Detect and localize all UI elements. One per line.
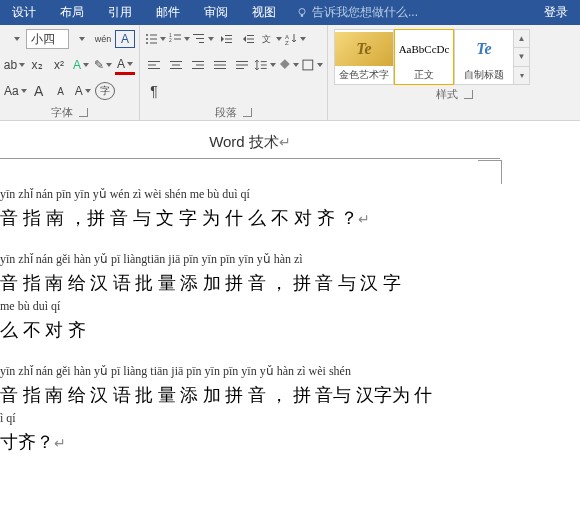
svg-rect-28 — [172, 65, 180, 66]
style-gallery-more: ▲ ▼ ▾ — [514, 29, 530, 85]
paragraph-2: yīn zhǐ nán gěi hàn yǔ pī liàngtiān jiā … — [0, 252, 580, 342]
show-marks-button[interactable]: ¶ — [144, 81, 164, 101]
svg-rect-39 — [261, 61, 267, 62]
character-border-button[interactable]: A — [115, 30, 135, 48]
justify-button[interactable] — [210, 55, 230, 75]
grow-font-button[interactable]: A — [29, 81, 49, 101]
svg-rect-3 — [150, 35, 157, 36]
svg-rect-32 — [192, 68, 204, 69]
svg-rect-42 — [303, 60, 313, 70]
paragraph-group-label[interactable]: 段落 — [144, 103, 323, 122]
tab-view[interactable]: 视图 — [240, 0, 288, 25]
phonetic-guide-button[interactable]: wén — [93, 29, 113, 49]
tell-me-search[interactable]: 告诉我您想做什么... — [288, 4, 426, 21]
style-custom-preview: Te — [476, 32, 491, 66]
text-color-button[interactable]: ab — [4, 55, 25, 75]
svg-rect-19 — [247, 39, 254, 40]
ribbon-body: 小四 wén A ab x₂ x² A ✎ A Aa A A A 字 字体 — [0, 25, 580, 121]
svg-rect-16 — [225, 39, 232, 40]
svg-rect-13 — [196, 38, 204, 39]
ribbon-tabs: 设计 布局 引用 邮件 审阅 视图 告诉我您想做什么... 登录 — [0, 0, 580, 25]
enclosed-char-button[interactable]: 字 — [95, 82, 115, 100]
svg-rect-33 — [214, 61, 226, 62]
increase-indent-button[interactable] — [238, 29, 258, 49]
svg-rect-1 — [301, 14, 303, 16]
gallery-down-button[interactable]: ▼ — [514, 48, 529, 66]
tab-design[interactable]: 设计 — [0, 0, 48, 25]
pinyin-line: ì qí — [0, 411, 580, 426]
login-link[interactable]: 登录 — [532, 0, 580, 25]
hanzi-line: 寸齐？↵ — [0, 430, 580, 454]
subscript-button[interactable]: x₂ — [27, 55, 47, 75]
svg-rect-41 — [261, 68, 267, 69]
paragraph-group: 12 文 AZ ¶ 段落 — [140, 25, 328, 120]
gallery-expand-button[interactable]: ▾ — [514, 67, 529, 84]
svg-text:Z: Z — [285, 40, 289, 46]
font-size-selector[interactable]: 小四 — [26, 29, 69, 49]
tab-review[interactable]: 审阅 — [192, 0, 240, 25]
document-content: yīn zhǐ nán pīn yīn yǔ wén zì wèi shén m… — [0, 159, 580, 454]
style-normal-preview: AaBbCcDc — [399, 32, 450, 66]
paragraph-3: yīn zhǐ nán gěi hàn yǔ pī liàng tiān jiā… — [0, 364, 580, 454]
svg-point-4 — [146, 38, 148, 40]
svg-rect-20 — [247, 42, 254, 43]
svg-rect-14 — [199, 42, 204, 43]
font-group-label[interactable]: 字体 — [4, 103, 135, 122]
highlight-button[interactable]: ✎ — [93, 55, 113, 75]
bullets-button[interactable] — [144, 29, 166, 49]
hanzi-line: 音 指 南 给 汉 语 批 量 添 加 拼 音 ， 拼 音与 汉字为 什 — [0, 383, 580, 407]
tab-layout[interactable]: 布局 — [48, 0, 96, 25]
svg-rect-31 — [196, 65, 204, 66]
tab-references[interactable]: 引用 — [96, 0, 144, 25]
asian-layout-button[interactable]: 文 — [260, 29, 282, 49]
shrink-font-button[interactable]: A — [51, 81, 71, 101]
pinyin-line: yīn zhǐ nán pīn yīn yǔ wén zì wèi shén m… — [0, 187, 580, 202]
page-header: Word 技术↵ — [0, 127, 500, 159]
style-normal[interactable]: AaBbCcDc 正文 — [394, 29, 454, 85]
svg-point-6 — [146, 42, 148, 44]
hanzi-line: 么 不 对 齐 — [0, 318, 580, 342]
svg-rect-36 — [236, 61, 248, 62]
align-left-button[interactable] — [144, 55, 164, 75]
shading-button[interactable] — [278, 55, 300, 75]
text-effects-button[interactable]: A — [71, 55, 91, 75]
clear-formatting-button[interactable]: A — [73, 81, 93, 101]
superscript-button[interactable]: x² — [49, 55, 69, 75]
pinyin-line: yīn zhǐ nán gěi hàn yǔ pī liàngtiān jiā … — [0, 252, 580, 267]
align-center-button[interactable] — [166, 55, 186, 75]
change-case-button[interactable]: Aa — [4, 81, 27, 101]
svg-rect-26 — [148, 68, 160, 69]
sort-button[interactable]: AZ — [284, 29, 306, 49]
svg-point-2 — [146, 34, 148, 36]
document-area[interactable]: Word 技术↵ yīn zhǐ nán pīn yīn yǔ wén zì w… — [0, 121, 580, 520]
svg-rect-38 — [236, 68, 244, 69]
numbering-button[interactable]: 12 — [168, 29, 190, 49]
svg-rect-12 — [193, 34, 204, 35]
svg-rect-18 — [247, 35, 254, 36]
decrease-indent-button[interactable] — [216, 29, 236, 49]
style-gold-art[interactable]: Te 金色艺术字 — [334, 29, 394, 85]
svg-rect-7 — [150, 43, 157, 44]
svg-rect-30 — [192, 61, 204, 62]
pinyin-line: yīn zhǐ nán gěi hàn yǔ pī liàng tiān jiā… — [0, 364, 580, 379]
font-size-dropdown[interactable] — [71, 29, 91, 49]
header-corner-mark — [478, 160, 502, 184]
borders-button[interactable] — [301, 55, 323, 75]
align-right-button[interactable] — [188, 55, 208, 75]
pinyin-line: me bù duì qí — [0, 299, 580, 314]
distribute-button[interactable] — [232, 55, 252, 75]
font-family-dropdown[interactable] — [4, 29, 24, 49]
style-custom-heading[interactable]: Te 自制标题 — [454, 29, 514, 85]
svg-rect-40 — [261, 65, 267, 66]
paragraph-mark-icon: ↵ — [54, 435, 66, 451]
hanzi-line: 音 指 南 ，拼 音 与 文 字 为 什 么 不 对 齐 ？↵ — [0, 206, 580, 230]
line-spacing-button[interactable] — [254, 55, 276, 75]
styles-group-label[interactable]: 样式 — [332, 85, 576, 104]
font-color-button[interactable]: A — [115, 55, 135, 75]
svg-rect-24 — [148, 61, 160, 62]
tab-mailings[interactable]: 邮件 — [144, 0, 192, 25]
gallery-up-button[interactable]: ▲ — [514, 30, 529, 48]
multilevel-list-button[interactable] — [192, 29, 214, 49]
styles-group: Te 金色艺术字 AaBbCcDc 正文 Te 自制标题 ▲ ▼ ▾ 样式 — [328, 25, 580, 120]
svg-rect-35 — [214, 68, 226, 69]
